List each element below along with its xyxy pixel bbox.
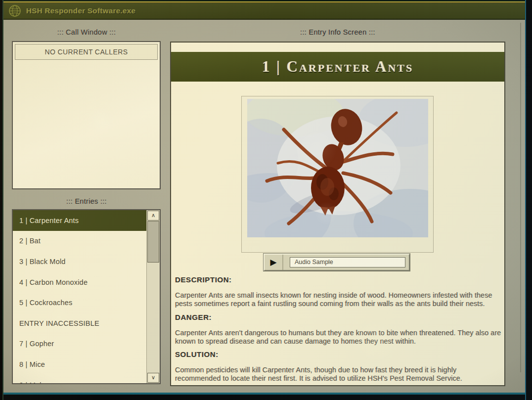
solution-body: Common pesticides will kill Carpenter An… xyxy=(175,366,502,383)
call-status-banner: NO CURRENT CALLERS xyxy=(15,44,158,60)
monitor-bezel-right xyxy=(525,0,532,400)
entry-info-panel: 1 | Carpenter Ants xyxy=(170,42,505,386)
entry-item-black-mold[interactable]: 3 | Black Mold xyxy=(13,251,146,272)
entry-item-bat[interactable]: 2 | Bat xyxy=(13,231,146,252)
entries-list-panel: 1 | Carpenter Ants 2 | Bat 3 | Black Mol… xyxy=(12,209,161,384)
globe-icon xyxy=(8,4,21,17)
window-groove xyxy=(520,23,521,372)
entry-item-mole[interactable]: 9 | Mole xyxy=(13,375,146,383)
entry-title-banner: 1 | Carpenter Ants xyxy=(171,52,504,82)
entries-list: 1 | Carpenter Ants 2 | Bat 3 | Black Mol… xyxy=(13,210,146,383)
description-body: Carpenter Ants are small insects known f… xyxy=(175,291,502,308)
scroll-down-icon: ∨ xyxy=(151,374,155,380)
entries-scrollbar[interactable]: ∧ ∨ xyxy=(146,210,160,383)
call-window-panel: NO CURRENT CALLERS xyxy=(12,41,161,189)
description-heading: DESCRIPTION: xyxy=(175,275,232,284)
monitor-bezel-top xyxy=(0,0,532,2)
entry-item-carbon-monoxide[interactable]: 4 | Carbon Monoxide xyxy=(13,272,146,293)
scroll-down-button[interactable]: ∨ xyxy=(147,373,159,383)
audio-player: ▶ Audio Sample xyxy=(264,254,410,271)
entry-item-inaccessible[interactable]: ENTRY INACCESSIBLE xyxy=(13,313,146,334)
window-titlebar[interactable]: HSH Responder Software.exe xyxy=(3,2,525,20)
scroll-up-button[interactable]: ∧ xyxy=(147,211,159,221)
entry-title: 1 | Carpenter Ants xyxy=(262,58,413,76)
entry-info-heading: ::: Entry Info Screen ::: xyxy=(171,28,505,36)
entry-item-gopher[interactable]: 7 | Gopher xyxy=(13,334,146,355)
entries-heading: ::: Entries ::: xyxy=(10,197,163,205)
call-window-heading: ::: Call Window ::: xyxy=(10,28,163,36)
entry-item-cockroaches[interactable]: 5 | Cockroaches xyxy=(13,292,146,313)
scrollbar-thumb[interactable] xyxy=(147,221,159,263)
danger-body: Carpenter Ants aren't dangerous to human… xyxy=(175,329,502,346)
carpenter-ant-photo xyxy=(247,99,428,237)
entry-item-mice[interactable]: 8 | Mice xyxy=(13,354,146,375)
play-icon: ▶ xyxy=(270,257,276,267)
scroll-up-icon: ∧ xyxy=(151,212,155,218)
entry-photo-frame xyxy=(241,96,434,253)
monitor-bezel-bottom xyxy=(0,393,532,400)
play-button[interactable]: ▶ xyxy=(265,255,283,270)
window-title: HSH Responder Software.exe xyxy=(26,6,135,15)
danger-heading: DANGER: xyxy=(175,313,212,321)
solution-heading: SOLUTION: xyxy=(175,350,219,358)
monitor-bezel-left xyxy=(0,0,3,400)
entry-item-carpenter-ants[interactable]: 1 | Carpenter Ants xyxy=(13,210,146,231)
audio-sample-field[interactable]: Audio Sample xyxy=(290,257,405,267)
